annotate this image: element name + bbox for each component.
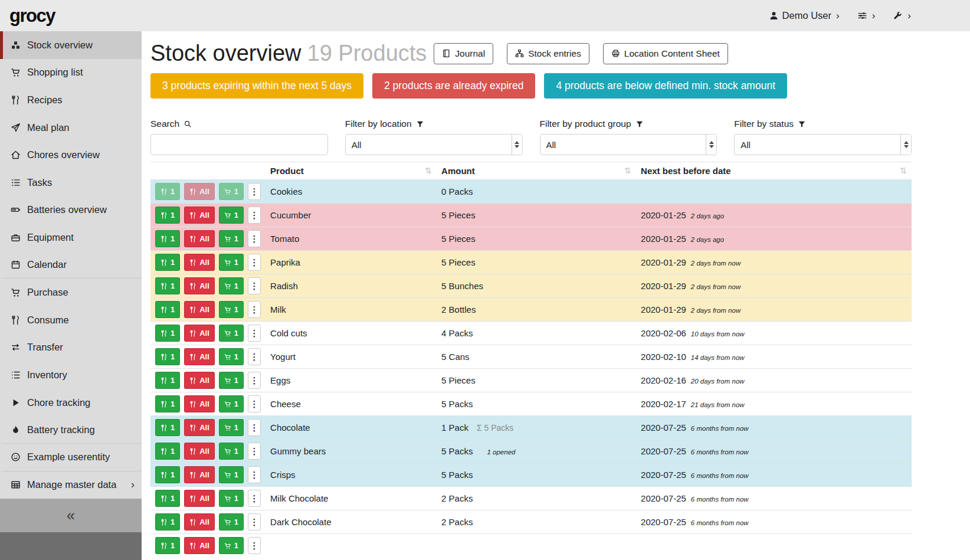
expired-products-banner[interactable]: 2 products are already expired bbox=[372, 73, 535, 99]
sidebar-item-chore-tracking[interactable]: Chore tracking bbox=[0, 389, 142, 417]
row-menu-button[interactable] bbox=[248, 254, 261, 271]
sidebar-item-consume[interactable]: Consume bbox=[0, 306, 142, 334]
row-menu-button[interactable] bbox=[248, 277, 261, 294]
sidebar-item-batteries-overview[interactable]: Batteries overview bbox=[0, 197, 142, 224]
consume-all-button[interactable]: All bbox=[184, 183, 215, 200]
add-to-shopping-list-button[interactable]: 1 bbox=[219, 254, 244, 271]
sidebar-item-calendar[interactable]: Calendar bbox=[0, 251, 142, 279]
consume-one-button[interactable]: 1 bbox=[155, 466, 180, 483]
add-to-shopping-list-button[interactable]: 1 bbox=[219, 183, 244, 200]
product-group-select[interactable]: All bbox=[540, 134, 717, 155]
row-menu-button[interactable] bbox=[248, 301, 261, 318]
add-to-shopping-list-button[interactable]: 1 bbox=[219, 443, 244, 460]
add-to-shopping-list-button[interactable]: 1 bbox=[219, 419, 244, 436]
sidebar-item-recipes[interactable]: Recipes bbox=[0, 86, 142, 114]
search-input[interactable] bbox=[150, 134, 328, 155]
add-to-shopping-list-button[interactable]: 1 bbox=[219, 230, 244, 247]
consume-one-button[interactable]: 1 bbox=[155, 348, 180, 365]
row-menu-button[interactable] bbox=[248, 419, 261, 436]
sidebar-item-manage-master-data[interactable]: Manage master data bbox=[0, 471, 142, 499]
consume-one-button[interactable]: 1 bbox=[155, 301, 180, 318]
consume-all-button[interactable]: All bbox=[184, 325, 215, 342]
consume-one-button[interactable]: 1 bbox=[155, 419, 180, 436]
consume-one-button[interactable]: 1 bbox=[155, 443, 180, 460]
stock-entries-button[interactable]: Stock entries bbox=[507, 43, 589, 64]
location-select[interactable]: All bbox=[345, 134, 523, 155]
consume-all-button[interactable]: All bbox=[184, 537, 215, 554]
consume-all-button[interactable]: All bbox=[184, 513, 215, 530]
consume-one-button[interactable]: 1 bbox=[155, 277, 180, 294]
row-menu-button[interactable] bbox=[248, 207, 261, 224]
add-to-shopping-list-button[interactable]: 1 bbox=[219, 490, 244, 507]
sidebar-item-transfer[interactable]: Transfer bbox=[0, 334, 142, 362]
row-menu-button[interactable] bbox=[248, 372, 261, 389]
consume-one-button[interactable]: 1 bbox=[155, 537, 180, 554]
add-to-shopping-list-button[interactable]: 1 bbox=[219, 513, 244, 530]
sidebar-item-example-userentity[interactable]: Example userentity bbox=[0, 444, 142, 471]
add-to-shopping-list-button[interactable]: 1 bbox=[219, 537, 244, 554]
column-header-next-best-before-date[interactable]: Next best before date bbox=[636, 162, 912, 180]
sort-icon[interactable] bbox=[624, 166, 631, 175]
consume-all-button[interactable]: All bbox=[184, 230, 215, 247]
row-menu-button[interactable] bbox=[248, 230, 261, 247]
add-to-shopping-list-button[interactable]: 1 bbox=[219, 395, 244, 412]
location-content-sheet-button[interactable]: Location Content Sheet bbox=[603, 43, 728, 64]
consume-all-button[interactable]: All bbox=[184, 348, 215, 365]
expiring-products-banner[interactable]: 3 products expiring within the next 5 da… bbox=[150, 73, 363, 99]
row-menu-button[interactable] bbox=[248, 325, 261, 342]
column-header-amount[interactable]: Amount bbox=[437, 162, 636, 180]
consume-all-button[interactable]: All bbox=[184, 466, 215, 483]
user-menu[interactable]: Demo User bbox=[769, 10, 840, 22]
sidebar-item-chores-overview[interactable]: Chores overview bbox=[0, 141, 142, 169]
sidebar-item-shopping-list[interactable]: Shopping list bbox=[0, 59, 142, 87]
consume-all-button[interactable]: All bbox=[184, 207, 215, 224]
consume-one-button[interactable]: 1 bbox=[155, 230, 180, 247]
below-min-stock-banner[interactable]: 4 products are below defined min. stock … bbox=[544, 73, 787, 99]
consume-one-button[interactable]: 1 bbox=[155, 395, 180, 412]
row-menu-button[interactable] bbox=[248, 348, 261, 365]
consume-all-button[interactable]: All bbox=[184, 372, 215, 389]
add-to-shopping-list-button[interactable]: 1 bbox=[219, 466, 244, 483]
row-menu-button[interactable] bbox=[248, 537, 261, 554]
consume-one-button[interactable]: 1 bbox=[155, 207, 180, 224]
status-select[interactable]: All bbox=[734, 134, 912, 155]
consume-one-button[interactable]: 1 bbox=[155, 183, 180, 200]
sidebar-item-purchase[interactable]: Purchase bbox=[0, 279, 142, 306]
sidebar-item-tasks[interactable]: Tasks bbox=[0, 169, 142, 197]
add-to-shopping-list-button[interactable]: 1 bbox=[219, 277, 244, 294]
add-to-shopping-list-button[interactable]: 1 bbox=[219, 325, 244, 342]
add-to-shopping-list-button[interactable]: 1 bbox=[219, 207, 244, 224]
sort-icon[interactable] bbox=[900, 166, 907, 175]
consume-all-button[interactable]: All bbox=[184, 419, 215, 436]
consume-one-button[interactable]: 1 bbox=[155, 490, 180, 507]
journal-button[interactable]: Journal bbox=[434, 43, 493, 64]
sort-icon[interactable] bbox=[425, 166, 432, 175]
add-to-shopping-list-button[interactable]: 1 bbox=[219, 372, 244, 389]
settings-menu[interactable] bbox=[857, 10, 876, 22]
row-menu-button[interactable] bbox=[248, 443, 261, 460]
consume-all-button[interactable]: All bbox=[184, 490, 215, 507]
consume-all-button[interactable]: All bbox=[184, 443, 215, 460]
consume-all-button[interactable]: All bbox=[184, 254, 215, 271]
sidebar-item-meal-plan[interactable]: Meal plan bbox=[0, 114, 142, 142]
admin-menu[interactable] bbox=[893, 10, 911, 22]
consume-one-button[interactable]: 1 bbox=[155, 513, 180, 530]
sidebar-item-battery-tracking[interactable]: Battery tracking bbox=[0, 416, 142, 444]
column-header-product[interactable]: Product bbox=[266, 162, 437, 180]
row-menu-button[interactable] bbox=[248, 183, 261, 200]
sidebar-item-equipment[interactable]: Equipment bbox=[0, 224, 142, 251]
sidebar-item-stock-overview[interactable]: Stock overview bbox=[0, 31, 142, 59]
sidebar-item-inventory[interactable]: Inventory bbox=[0, 361, 142, 389]
row-menu-button[interactable] bbox=[248, 466, 261, 483]
add-to-shopping-list-button[interactable]: 1 bbox=[219, 348, 244, 365]
row-menu-button[interactable] bbox=[248, 395, 261, 412]
row-menu-button[interactable] bbox=[248, 490, 261, 507]
add-to-shopping-list-button[interactable]: 1 bbox=[219, 301, 244, 318]
consume-one-button[interactable]: 1 bbox=[155, 372, 180, 389]
consume-one-button[interactable]: 1 bbox=[155, 254, 180, 271]
consume-all-button[interactable]: All bbox=[184, 277, 215, 294]
consume-one-button[interactable]: 1 bbox=[155, 325, 180, 342]
sidebar-collapse-button[interactable] bbox=[0, 499, 142, 532]
consume-all-button[interactable]: All bbox=[184, 395, 215, 412]
row-menu-button[interactable] bbox=[248, 513, 261, 530]
